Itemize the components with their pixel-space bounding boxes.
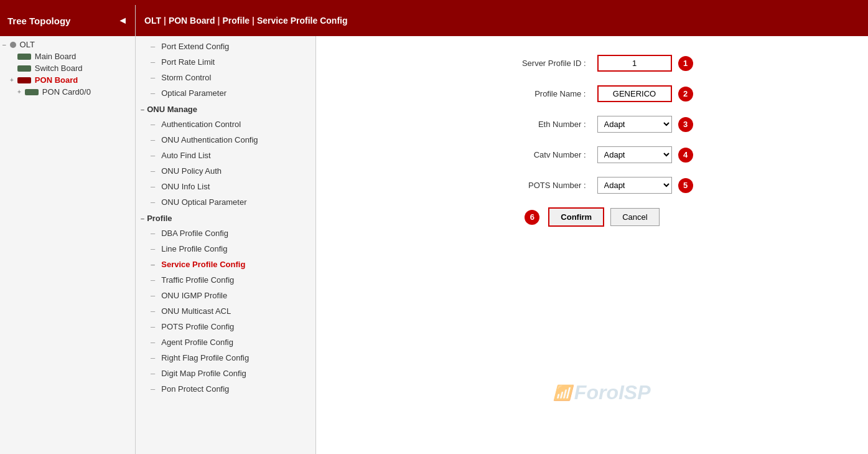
tree-node-olt[interactable]: – OLT (0, 39, 135, 50)
switch-board-label: Switch Board (35, 64, 83, 73)
breadcrumb-sep-2: | (218, 16, 220, 26)
profile-label: Profile (147, 214, 172, 223)
nav-onu-auth-config[interactable]: ONU Authentication Config (136, 132, 315, 148)
sidebar-title: Tree Topology (7, 16, 70, 26)
server-profile-id-label: Server Profile ID : (492, 59, 591, 68)
sidebar-header: Tree Topology ◄ (0, 5, 135, 36)
eth-number-select[interactable]: Adapt 0 1 2 4 8 (597, 116, 672, 133)
foro-watermark: 📶 ForoISP (553, 381, 651, 404)
catv-number-select[interactable]: Adapt 0 1 (597, 146, 672, 163)
breadcrumb-sep-3: | (252, 16, 254, 26)
profile-expand-icon: – (141, 215, 144, 222)
olt-label: OLT (20, 40, 35, 49)
switch-board-icon (17, 65, 31, 72)
nav-right-flag-profile-config[interactable]: Right Flag Profile Config (136, 350, 315, 366)
nav-optical-parameter[interactable]: Optical Parameter (136, 85, 315, 101)
step-badge-1: 1 (678, 56, 693, 71)
pots-number-label: POTS Number : (492, 181, 591, 190)
server-profile-id-input[interactable] (597, 55, 672, 72)
pon-card-label: PON Card0/0 (42, 87, 91, 97)
pots-number-select[interactable]: Adapt 0 1 2 4 (597, 177, 672, 194)
tree-node-pon-board[interactable]: + PON Board (0, 74, 135, 86)
confirm-button[interactable]: Confirm (548, 207, 604, 227)
form-panel: Server Profile ID : 1 Profile Name : 2 E… (316, 36, 868, 454)
cancel-button[interactable]: Cancel (610, 208, 659, 226)
nav-onu-policy-auth[interactable]: ONU Policy Auth (136, 163, 315, 179)
nav-section-onu-manage[interactable]: – ONU Manage (136, 101, 315, 116)
onu-manage-expand-icon: – (141, 106, 144, 113)
breadcrumb-part-olt: OLT (144, 16, 161, 26)
step-badge-6: 6 (525, 210, 539, 225)
catv-number-label: Catv Number : (492, 150, 591, 159)
nav-dba-profile-config[interactable]: DBA Profile Config (136, 225, 315, 241)
nav-port-rate-limit[interactable]: Port Rate Limit (136, 54, 315, 70)
wifi-icon: 📶 (553, 384, 572, 402)
pon-board-icon (17, 77, 31, 83)
main-board-icon (17, 54, 31, 60)
nav-digit-map-profile-config[interactable]: Digit Map Profile Config (136, 366, 315, 381)
profile-name-input[interactable] (597, 85, 672, 102)
main-board-label: Main Board (35, 52, 76, 61)
breadcrumb-sep-1: | (164, 16, 166, 26)
left-nav: Port Extend Config Port Rate Limit Storm… (136, 36, 316, 454)
right-panel: OLT | PON Board | Profile | Service Prof… (136, 5, 868, 454)
tree-node-switch-board[interactable]: + Switch Board (0, 62, 135, 74)
watermark-text: ForoISP (574, 381, 651, 404)
pots-number-row: POTS Number : Adapt 0 1 2 4 5 (329, 177, 856, 194)
profile-name-label: Profile Name : (492, 89, 591, 98)
sidebar: Tree Topology ◄ – OLT + Main Board + Swi… (0, 5, 136, 454)
nav-storm-control[interactable]: Storm Control (136, 70, 315, 85)
breadcrumb-part-pon: PON Board (169, 16, 215, 26)
collapse-icon[interactable]: ◄ (118, 15, 128, 26)
pon-board-label: PON Board (35, 75, 78, 85)
eth-number-row: Eth Number : Adapt 0 1 2 4 8 3 (329, 116, 856, 133)
tree-node-main-board[interactable]: + Main Board (0, 50, 135, 62)
nav-pots-profile-config[interactable]: POTS Profile Config (136, 319, 315, 334)
breadcrumb-part-profile: Profile (223, 16, 250, 26)
nav-section-profile[interactable]: – Profile (136, 210, 315, 225)
breadcrumb: OLT | PON Board | Profile | Service Prof… (136, 5, 868, 36)
content-area: Port Extend Config Port Rate Limit Storm… (136, 36, 868, 454)
catv-number-row: Catv Number : Adapt 0 1 4 (329, 146, 856, 163)
server-profile-id-row: Server Profile ID : 1 (329, 55, 856, 72)
pon-card-expand[interactable]: + (17, 88, 21, 95)
step-badge-5: 5 (678, 178, 693, 193)
olt-icon (10, 42, 16, 48)
profile-name-row: Profile Name : 2 (329, 85, 856, 102)
sidebar-tree: – OLT + Main Board + Switch Board + PON … (0, 36, 135, 454)
eth-number-label: Eth Number : (492, 120, 591, 129)
nav-onu-igmp-profile[interactable]: ONU IGMP Profile (136, 288, 315, 303)
step-badge-2: 2 (678, 87, 693, 102)
step-badge-4: 4 (678, 148, 693, 163)
onu-manage-label: ONU Manage (147, 105, 197, 114)
pon-card-icon (25, 89, 39, 95)
nav-auto-find-list[interactable]: Auto Find List (136, 148, 315, 163)
main-container: Tree Topology ◄ – OLT + Main Board + Swi… (0, 5, 868, 454)
nav-onu-multicast-acl[interactable]: ONU Multicast ACL (136, 303, 315, 319)
nav-onu-optical-parameter[interactable]: ONU Optical Parameter (136, 194, 315, 210)
nav-authentication-control[interactable]: Authentication Control (136, 116, 315, 132)
pon-board-expand[interactable]: + (10, 77, 14, 83)
nav-service-profile-config[interactable]: Service Profile Config (136, 257, 315, 272)
top-bar (0, 0, 868, 5)
nav-agent-profile-config[interactable]: Agent Profile Config (136, 334, 315, 350)
step-badge-3: 3 (678, 117, 693, 132)
nav-pon-protect-config[interactable]: Pon Protect Config (136, 381, 315, 397)
olt-expand[interactable]: – (2, 41, 6, 48)
nav-line-profile-config[interactable]: Line Profile Config (136, 241, 315, 257)
button-row: 6 Confirm Cancel (329, 207, 856, 227)
nav-port-extend-config[interactable]: Port Extend Config (136, 39, 315, 54)
nav-traffic-profile-config[interactable]: Traffic Profile Config (136, 272, 315, 288)
breadcrumb-part-service: Service Profile Config (257, 16, 347, 26)
tree-node-pon-card[interactable]: + PON Card0/0 (0, 86, 135, 98)
nav-onu-info-list[interactable]: ONU Info List (136, 179, 315, 194)
